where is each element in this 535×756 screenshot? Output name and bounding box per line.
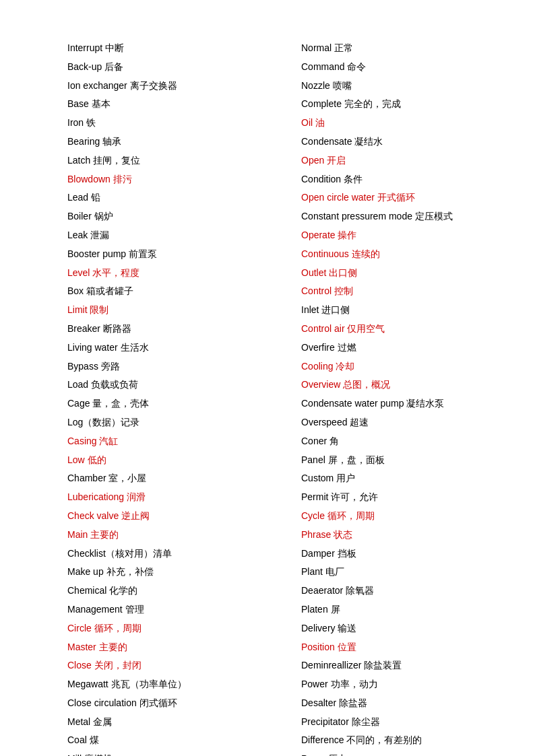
list-item: Nozzle 喷嘴 bbox=[301, 78, 508, 94]
list-item: Main 主要的 bbox=[67, 527, 274, 543]
list-item: Box 箱或者罐子 bbox=[67, 283, 274, 300]
list-item: Platen 屏 bbox=[301, 602, 508, 618]
list-item: Lubericationg 润滑 bbox=[67, 489, 274, 506]
list-item: Interrupt 中断 bbox=[67, 40, 274, 57]
list-item: Inlet 进口侧 bbox=[301, 302, 508, 318]
list-item: Load 负载或负荷 bbox=[67, 377, 274, 393]
list-item: Cooling 冷却 bbox=[301, 359, 508, 375]
list-item: Coner 角 bbox=[301, 434, 508, 450]
list-item: Chemical 化学的 bbox=[67, 583, 274, 599]
list-item: Control air 仅用空气 bbox=[301, 321, 508, 337]
list-item: Leak 泄漏 bbox=[67, 228, 274, 244]
list-item: Check valve 逆止阀 bbox=[67, 508, 274, 524]
list-item: Normal 正常 bbox=[301, 40, 508, 57]
list-item: Open 开启 bbox=[301, 153, 508, 169]
list-item: Deaerator 除氧器 bbox=[301, 583, 508, 599]
list-item: Bypass 旁路 bbox=[67, 359, 274, 375]
list-item: Press 压力 bbox=[301, 751, 508, 756]
list-item: Close circulation 闭式循环 bbox=[67, 695, 274, 712]
list-item: Phrase 状态 bbox=[301, 527, 508, 543]
list-item: Oil 油 bbox=[301, 115, 508, 131]
list-item: Low 低的 bbox=[67, 452, 274, 469]
list-item: Continuous 连续的 bbox=[301, 246, 508, 263]
list-item: Boiler 锅炉 bbox=[67, 209, 274, 225]
list-item: Plant 电厂 bbox=[301, 564, 508, 580]
list-item: Casing 汽缸 bbox=[67, 434, 274, 450]
list-item: Outlet 出口侧 bbox=[301, 265, 508, 281]
list-item: Complete 完全的，完成 bbox=[301, 96, 508, 112]
list-item: Position 位置 bbox=[301, 640, 508, 656]
list-item: Living water 生活水 bbox=[67, 340, 274, 356]
list-item: Command 命令 bbox=[301, 59, 508, 75]
list-item: Megawatt 兆瓦（功率单位） bbox=[67, 677, 274, 693]
list-item: Difference 不同的，有差别的 bbox=[301, 732, 508, 749]
list-item: Management 管理 bbox=[67, 602, 274, 618]
list-item: Overview 总图，概况 bbox=[301, 377, 508, 393]
list-item: Cycle 循环，周期 bbox=[301, 508, 508, 524]
list-item: Checklist（核对用）清单 bbox=[67, 546, 274, 562]
right-column: Normal 正常Command 命令Nozzle 喷嘴Complete 完全的… bbox=[288, 40, 508, 756]
list-item: Ion exchanger 离子交换器 bbox=[67, 78, 274, 94]
left-column: Interrupt 中断Back-up 后备Ion exchanger 离子交换… bbox=[67, 40, 288, 756]
list-item: Bearing 轴承 bbox=[67, 134, 274, 150]
list-item: Custom 用户 bbox=[301, 471, 508, 487]
list-item: Control 控制 bbox=[301, 283, 508, 300]
list-item: Back-up 后备 bbox=[67, 59, 274, 75]
list-item: Power 功率，动力 bbox=[301, 677, 508, 693]
list-item: Condition 条件 bbox=[301, 172, 508, 188]
list-item: Condensate 凝结水 bbox=[301, 134, 508, 150]
list-item: Mill 磨煤机 bbox=[67, 751, 274, 756]
list-item: Booster pump 前置泵 bbox=[67, 246, 274, 263]
list-item: Close 关闭，封闭 bbox=[67, 658, 274, 674]
list-item: Panel 屏，盘，面板 bbox=[301, 452, 508, 469]
list-item: Make up 补充，补偿 bbox=[67, 564, 274, 580]
list-item: Blowdown 排污 bbox=[67, 172, 274, 188]
list-item: Lead 铅 bbox=[67, 190, 274, 206]
list-item: Permit 许可，允许 bbox=[301, 489, 508, 506]
list-item: Breaker 断路器 bbox=[67, 321, 274, 337]
list-item: Delivery 输送 bbox=[301, 621, 508, 637]
list-item: Cage 量，盒，壳体 bbox=[67, 396, 274, 412]
list-item: Deminreallizer 除盐装置 bbox=[301, 658, 508, 674]
list-item: Overspeed 超速 bbox=[301, 415, 508, 431]
list-item: Damper 挡板 bbox=[301, 546, 508, 562]
list-item: Precipitator 除尘器 bbox=[301, 714, 508, 730]
list-item: Overfire 过燃 bbox=[301, 340, 508, 356]
list-item: Operate 操作 bbox=[301, 228, 508, 244]
list-item: Metal 金属 bbox=[67, 714, 274, 730]
list-item: Chamber 室，小屋 bbox=[67, 471, 274, 487]
list-item: Limit 限制 bbox=[67, 302, 274, 318]
list-item: Coal 煤 bbox=[67, 732, 274, 749]
list-item: Master 主要的 bbox=[67, 640, 274, 656]
list-item: Desalter 除盐器 bbox=[301, 695, 508, 712]
list-item: Base 基本 bbox=[67, 96, 274, 112]
list-item: Log（数据）记录 bbox=[67, 415, 274, 431]
list-item: Constant pressurem mode 定压模式 bbox=[301, 209, 508, 225]
list-item: Condensate water pump 凝结水泵 bbox=[301, 396, 508, 412]
list-item: Level 水平，程度 bbox=[67, 265, 274, 281]
main-columns: Interrupt 中断Back-up 后备Ion exchanger 离子交换… bbox=[67, 40, 508, 756]
list-item: Circle 循环，周期 bbox=[67, 621, 274, 637]
list-item: Iron 铁 bbox=[67, 115, 274, 131]
list-item: Latch 挂闸，复位 bbox=[67, 153, 274, 169]
list-item: Open circle water 开式循环 bbox=[301, 190, 508, 206]
